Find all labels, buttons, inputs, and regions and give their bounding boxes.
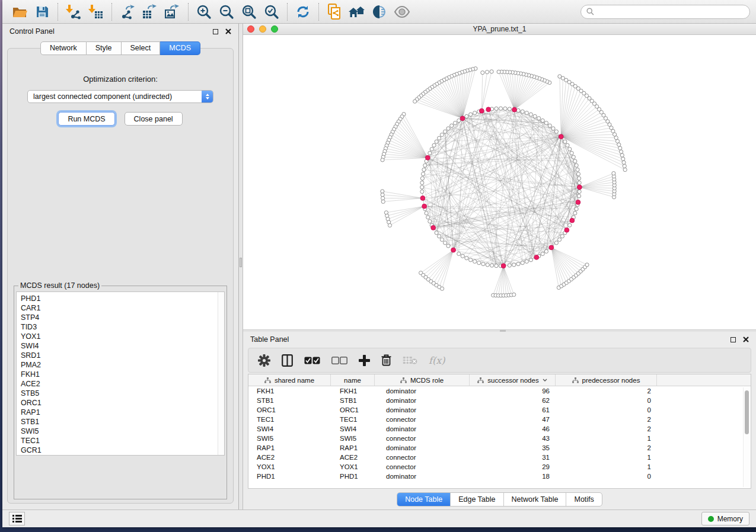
network-node[interactable]: [621, 157, 625, 161]
table-settings-button[interactable]: [258, 351, 270, 369]
network-node[interactable]: [563, 140, 567, 143]
network-node[interactable]: [438, 136, 441, 140]
zoom-fit-button[interactable]: [238, 2, 260, 22]
cell-predecessor-nodes[interactable]: 0: [556, 397, 657, 404]
mcds-result-item[interactable]: FKH1: [21, 370, 224, 379]
cell-shared-name[interactable]: YOX1: [248, 463, 331, 470]
zoom-in-button[interactable]: [193, 2, 215, 22]
save-session-button[interactable]: [31, 2, 53, 22]
network-node[interactable]: [490, 264, 494, 267]
mcds-result-list[interactable]: PHD1CAR1STP4TID3YOX1SWI4SRD1PMA2FKH1ACE2…: [16, 291, 225, 456]
export-network-button[interactable]: [116, 2, 139, 22]
network-node[interactable]: [622, 161, 626, 164]
network-hub-node[interactable]: [451, 248, 456, 252]
network-node[interactable]: [485, 70, 489, 74]
cell-shared-name[interactable]: SWI5: [248, 435, 331, 442]
cell-predecessor-nodes[interactable]: 1: [556, 454, 657, 461]
network-node[interactable]: [578, 190, 581, 193]
network-node[interactable]: [503, 107, 507, 110]
network-node[interactable]: [421, 172, 425, 176]
network-node[interactable]: [614, 136, 618, 139]
float-panel-icon[interactable]: [731, 337, 736, 342]
cell-successor-nodes[interactable]: 61: [470, 406, 556, 414]
network-node[interactable]: [508, 107, 511, 111]
cell-shared-name[interactable]: RAP1: [248, 444, 331, 451]
cell-successor-nodes[interactable]: 62: [470, 397, 556, 404]
network-node[interactable]: [453, 121, 457, 125]
network-node[interactable]: [420, 177, 424, 180]
network-node[interactable]: [516, 262, 520, 265]
network-node[interactable]: [420, 190, 424, 193]
mcds-result-item[interactable]: STB5: [21, 389, 224, 398]
cell-name[interactable]: TEC1: [331, 416, 375, 423]
cell-mcds-role[interactable]: connector: [375, 416, 470, 423]
cell-name[interactable]: ACE2: [331, 454, 375, 461]
network-node[interactable]: [525, 111, 528, 115]
network-hub-node[interactable]: [570, 218, 575, 223]
network-node[interactable]: [381, 196, 385, 200]
network-node[interactable]: [435, 231, 438, 235]
network-node[interactable]: [388, 223, 391, 227]
cell-shared-name[interactable]: ACE2: [248, 454, 331, 461]
column-header-mcds-role[interactable]: MCDS role: [375, 374, 470, 386]
network-node[interactable]: [490, 70, 493, 73]
table-row[interactable]: PHD1PHD1dominator180: [248, 472, 751, 481]
tab-node-table[interactable]: Node Table: [397, 493, 451, 506]
table-row[interactable]: SWI4SWI4dominator462: [248, 424, 751, 434]
network-hub-node[interactable]: [559, 134, 563, 139]
network-node[interactable]: [551, 127, 555, 130]
network-node[interactable]: [521, 110, 524, 113]
network-node[interactable]: [548, 124, 551, 127]
vertical-splitter[interactable]: [239, 24, 243, 509]
network-node[interactable]: [533, 114, 537, 118]
network-node[interactable]: [576, 168, 579, 171]
mcds-result-item[interactable]: CAR1: [21, 303, 224, 313]
tab-network-table[interactable]: Network Table: [504, 493, 567, 506]
network-node[interactable]: [554, 241, 558, 245]
mcds-result-item[interactable]: ACE2: [21, 379, 224, 389]
network-node[interactable]: [435, 140, 438, 143]
network-node[interactable]: [457, 252, 461, 255]
network-node[interactable]: [444, 130, 447, 133]
network-node[interactable]: [508, 264, 511, 267]
network-node[interactable]: [529, 113, 532, 116]
network-node[interactable]: [461, 254, 464, 258]
export-image-button[interactable]: [161, 2, 184, 22]
cell-predecessor-nodes[interactable]: 1: [556, 435, 657, 442]
network-hub-node[interactable]: [422, 204, 427, 209]
close-panel-icon[interactable]: [225, 28, 231, 34]
column-header-predecessor-nodes[interactable]: predecessor nodes: [556, 374, 657, 386]
network-node[interactable]: [623, 168, 627, 171]
mcds-result-item[interactable]: TEC1: [21, 436, 224, 446]
network-node[interactable]: [450, 124, 454, 127]
network-hub-node[interactable]: [501, 264, 506, 268]
search-input[interactable]: [598, 8, 744, 16]
mcds-result-item[interactable]: SRD1: [21, 351, 224, 360]
close-panel-icon[interactable]: [743, 336, 749, 342]
network-node[interactable]: [428, 220, 432, 223]
cell-successor-nodes[interactable]: 47: [470, 416, 556, 423]
network-hub-node[interactable]: [420, 196, 425, 201]
network-node[interactable]: [525, 259, 528, 263]
mcds-result-item[interactable]: STP4: [21, 313, 224, 322]
network-node[interactable]: [381, 190, 384, 193]
cell-predecessor-nodes[interactable]: 2: [556, 416, 657, 423]
network-node[interactable]: [554, 130, 558, 133]
cell-mcds-role[interactable]: dominator: [375, 406, 470, 414]
horizontal-splitter[interactable]: [243, 329, 756, 332]
network-node[interactable]: [446, 127, 450, 130]
network-node[interactable]: [426, 216, 430, 219]
network-node[interactable]: [575, 207, 578, 211]
cell-predecessor-nodes[interactable]: 0: [556, 473, 657, 480]
cell-name[interactable]: ORC1: [331, 406, 375, 414]
documents-button[interactable]: [323, 2, 346, 22]
network-node[interactable]: [573, 159, 577, 163]
network-node[interactable]: [558, 75, 562, 78]
maximize-window-icon[interactable]: [271, 25, 278, 33]
cell-name[interactable]: RAP1: [331, 444, 375, 451]
network-node[interactable]: [516, 108, 520, 112]
cell-predecessor-nodes[interactable]: 2: [556, 425, 657, 432]
network-node[interactable]: [481, 262, 485, 265]
tab-edge-table[interactable]: Edge Table: [451, 493, 503, 506]
network-node[interactable]: [473, 111, 477, 115]
